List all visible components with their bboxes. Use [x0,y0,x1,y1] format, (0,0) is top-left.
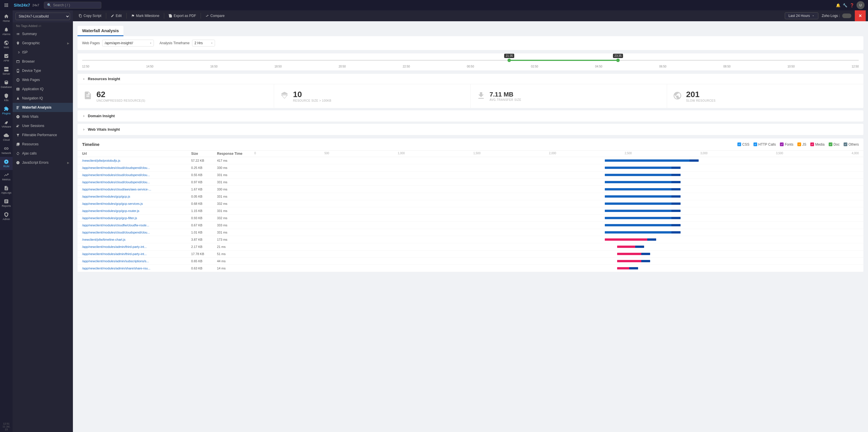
url-cell[interactable]: /app/newclient/modules/admin/third-party… [82,245,191,249]
url-cell[interactable]: /app/newclient/modules/cloud/cloudspend/… [82,166,191,170]
domain-insight-header[interactable]: Domain Insight [78,110,863,121]
size-cell: 1.15 KB [191,209,217,212]
apps-icon[interactable] [0,3,12,8]
timeframe-select[interactable]: 2 Hrs [192,40,215,47]
filter-others[interactable]: Others [844,142,859,146]
search-input[interactable]: 🔍 Search ( / ) [44,2,101,9]
copy-script-btn[interactable]: Copy Script [75,12,105,20]
url-cell[interactable]: /app/newclient/modules/cloud/cloudspend/… [82,231,191,234]
nav-item-summary[interactable]: Summary [12,29,73,38]
size-cell: 1.67 KB [191,188,217,191]
web-vitals-insight-header[interactable]: Web Vitals Insight [78,124,863,135]
nav-item-web-pages[interactable]: Web Pages [12,75,73,84]
sidebar-database[interactable]: Database [0,78,12,91]
filter-css[interactable]: CSS [737,142,749,146]
filter-fonts[interactable]: Fonts [780,142,794,146]
timeline-track[interactable]: 21:35 23:35 [82,56,859,65]
filter-media[interactable]: Media [810,142,825,146]
nav-item-device-type[interactable]: Device Type [12,66,73,75]
url-cell[interactable]: /newclient/jsfw/timeline-chart.js [82,238,191,241]
time-cell: 417 ms [217,159,254,162]
sidebar-applogs[interactable]: AppLogs [0,183,12,197]
nav-item-waterfall-analysis[interactable]: Waterfall Analysis [12,103,73,112]
media-checkbox [810,142,814,146]
table-row: /app/newclient/modules/admin/third-party… [78,251,863,258]
url-cell[interactable]: /app/newclient/modules/cloudfw/cloudfw-r… [82,224,191,227]
url-cell[interactable]: /app/newclient/modules/cloud/cloudspend/… [82,173,191,177]
compare-btn[interactable]: Compare [202,12,228,20]
edit-icon[interactable]: 🔧 [843,3,847,7]
url-cell[interactable]: /app/newclient/modules/cloud/aws/aws-ser… [82,188,191,191]
sidebar-web[interactable]: Web [0,38,12,51]
nav-item-resources[interactable]: Resources [12,140,73,149]
avg-transfer-value: 7.11 MB [490,91,522,98]
sidebar-alarms[interactable]: Alarms [0,25,12,38]
sidebar-home[interactable]: Home [0,11,12,25]
nav-item-browser[interactable]: Browser [12,57,73,66]
url-cell[interactable]: /app/newclient/modules/gcp/gcp-services.… [82,202,191,205]
time-cell: 173 ms [217,238,254,241]
sidebar-rum[interactable]: RUM [0,157,12,170]
size-cell: 57.22 KB [191,159,217,162]
table-row: /app/newclient/modules/cloud/aws/aws-ser… [78,186,863,193]
doc-label: Doc [834,142,840,146]
timeline-thumb-start[interactable]: 21:35 [507,59,511,62]
site-selector[interactable]: Site24x7-Localbuild [16,12,70,20]
javascript-errors-icon [16,161,20,165]
sidebar-network[interactable]: Network [0,144,12,157]
metric-resource-size: 10 RESOURCE SIZE > 100KB [274,84,470,108]
fonts-label: Fonts [785,142,794,146]
help-icon[interactable]: ❓ [849,3,854,7]
edit-btn[interactable]: Edit [107,12,125,20]
sidebar-vmware[interactable]: VMware [0,117,12,131]
resources-insight-header[interactable]: Resources Insight [78,74,863,84]
toolbar-divider-1 [106,13,106,19]
sidebar-k8s[interactable]: K8s [0,91,12,104]
url-cell[interactable]: /app/newclient/modules/admin/third-party… [82,252,191,256]
mark-milestone-btn[interactable]: Mark Milestone [128,12,163,20]
url-cell[interactable]: /app/newclient/modules/admin/share/share… [82,266,191,270]
user-avatar[interactable]: U [857,1,865,9]
sidebar-metrics[interactable]: Metrics [0,170,12,183]
url-cell[interactable]: /app/newclient/modules/gcp/gcp.js [82,195,191,198]
url-col-header: Url [82,152,191,156]
device-type-icon [16,69,20,73]
nav-item-geographic[interactable]: Geographic ▶ [12,38,73,48]
url-cell[interactable]: /app/newclient/modules/gcp/gcp-router.js [82,209,191,212]
size-cell: 0.93 KB [191,216,217,220]
zoho-logs-switch[interactable] [842,13,851,18]
nav-item-ajax-calls[interactable]: Ajax calls [12,149,73,158]
table-row: /app/newclient/modules/gcp/gcp-services.… [78,200,863,207]
sidebar-reports[interactable]: Reports [0,197,12,210]
filter-js[interactable]: JS [797,142,806,146]
nav-item-filterable-perf[interactable]: Filterable Performance [12,131,73,140]
sidebar-plugins[interactable]: Plugins [0,104,12,117]
sidebar-apm[interactable]: APM [0,51,12,64]
nav-item-javascript-errors[interactable]: JavaScript Errors ▶ [12,158,73,167]
filter-http[interactable]: HTTP Calls [753,142,776,146]
close-button[interactable]: × [855,10,866,21]
filter-doc[interactable]: Doc [829,142,840,146]
nav-item-isp[interactable]: ISP [12,48,73,57]
sidebar-admin[interactable]: Admin [0,210,12,223]
nav-item-application-iq[interactable]: Application IQ [12,84,73,94]
nav-item-navigation-iq[interactable]: Navigation IQ [12,94,73,103]
url-cell[interactable]: /app/newclient/modules/gcp/gcp-filter.js [82,216,191,220]
sidebar-server[interactable]: Server [0,64,12,78]
brand-version: 24x7 [31,3,40,7]
table-row: /app/newclient/modules/cloudfw/cloudfw-r… [78,222,863,229]
nav-item-user-sessions[interactable]: User Sessions [12,121,73,131]
web-pages-filter: Web Pages /apm/apm-insight// [82,40,154,47]
web-pages-select[interactable]: /apm/apm-insight// [102,40,154,47]
export-pdf-btn[interactable]: Export as PDF [165,12,199,20]
url-cell[interactable]: /app/newclient/modules/admin/subscriptio… [82,259,191,263]
sidebar-cloud[interactable]: Cloud [0,131,12,144]
timeline-thumb-end[interactable]: 23:35 [616,59,620,62]
url-cell[interactable]: /app/newclient/modules/cloud/cloudspend/… [82,180,191,184]
bar-cell [254,252,859,256]
notification-icon[interactable]: 🔔 [836,3,840,7]
url-cell[interactable]: /newclient/jsfw/protobufjs.js [82,159,191,162]
time-range-selector[interactable]: Last 24 Hours [785,12,818,19]
browser-icon [16,60,20,63]
nav-item-web-vitals[interactable]: Web Vitals [12,112,73,121]
